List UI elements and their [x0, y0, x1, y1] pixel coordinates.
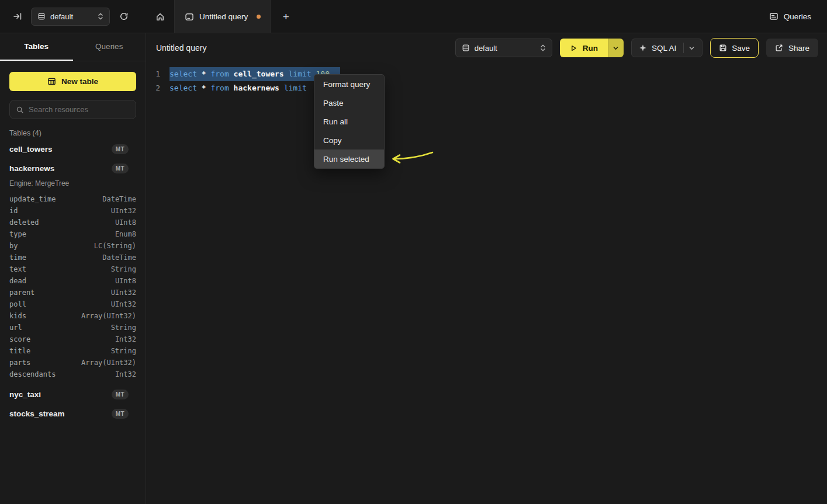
run-options-button[interactable]	[608, 39, 624, 57]
column-type: UInt8	[115, 277, 136, 285]
sidebar-tab-queries[interactable]: Queries	[73, 33, 146, 61]
share-icon	[775, 44, 783, 52]
column-name: by	[9, 242, 18, 250]
new-tab-button[interactable]: +	[271, 0, 300, 33]
context-menu-item-format-query[interactable]: Format query	[314, 75, 384, 93]
new-table-button[interactable]: New table	[9, 72, 136, 91]
code-token: from	[210, 84, 229, 92]
column-row[interactable]: parentUInt32	[9, 287, 136, 298]
table-row[interactable]: hackernewsMT	[9, 159, 136, 178]
column-type: DateTime	[102, 195, 136, 203]
column-row[interactable]: idUInt32	[9, 205, 136, 217]
engine-badge: MT	[112, 409, 129, 419]
editor-lines: 1select * from cell_towers limit 1002sel…	[146, 67, 827, 95]
run-button[interactable]: Run	[560, 39, 608, 57]
column-name: url	[9, 324, 22, 332]
column-row[interactable]: pollUInt32	[9, 298, 136, 310]
tab-untitled-query[interactable]: Untitled query	[174, 0, 271, 33]
table-row[interactable]: cell_towersMT	[9, 140, 136, 159]
play-icon	[570, 44, 577, 52]
column-row[interactable]: descendantsInt32	[9, 369, 136, 380]
code-token	[284, 69, 289, 78]
context-menu-item-run-all[interactable]: Run all	[314, 112, 384, 131]
table-row[interactable]: stocks_streamMT	[9, 404, 136, 423]
column-row[interactable]: scoreInt32	[9, 333, 136, 345]
column-row[interactable]: byLC(String)	[9, 240, 136, 252]
column-row[interactable]: partsArray(UInt32)	[9, 357, 136, 369]
new-table-button-label: New table	[61, 77, 98, 86]
columns-list: update_timeDateTimeidUInt32deletedUInt8t…	[9, 193, 136, 380]
share-button-label: Share	[788, 44, 809, 53]
column-type: LC(String)	[94, 242, 136, 250]
column-name: parent	[9, 289, 34, 297]
code-line[interactable]: 2select * from hackernews limit	[146, 81, 827, 95]
database-selector-label: default	[50, 12, 73, 21]
engine-badge: MT	[112, 164, 129, 173]
query-header: Untitled query default	[146, 33, 827, 62]
table-name: hackernews	[9, 164, 54, 173]
column-type: String	[111, 265, 136, 273]
chevron-down-icon[interactable]	[688, 45, 695, 51]
search-input[interactable]	[29, 105, 132, 114]
queries-icon	[769, 12, 778, 21]
query-database-selector[interactable]: default	[455, 39, 552, 57]
column-type: Array(UInt32)	[81, 312, 136, 320]
column-row[interactable]: typeEnum8	[9, 228, 136, 240]
context-menu: Format queryPasteRun allCopyRun selected	[314, 74, 385, 169]
main-panel: Untitled query default	[146, 33, 827, 504]
context-menu-item-paste[interactable]: Paste	[314, 93, 384, 112]
column-name: parts	[9, 359, 30, 367]
queries-button-label: Queries	[784, 12, 811, 21]
column-name: update_time	[9, 195, 56, 203]
context-menu-item-run-selected[interactable]: Run selected	[314, 150, 384, 168]
run-button-label: Run	[583, 44, 598, 53]
column-name: dead	[9, 277, 26, 285]
search-box	[9, 100, 136, 119]
code-line[interactable]: 1select * from cell_towers limit 100	[146, 67, 827, 81]
column-type: String	[111, 324, 136, 332]
column-type: Int32	[115, 335, 136, 343]
code-token	[229, 84, 234, 92]
database-selector[interactable]: default	[31, 8, 110, 26]
query-database-selector-label: default	[475, 44, 497, 53]
save-button[interactable]: Save	[710, 38, 759, 58]
column-name: descendants	[9, 370, 56, 378]
query-icon	[185, 12, 194, 22]
annotation-arrow	[386, 149, 438, 169]
column-name: poll	[9, 300, 26, 308]
column-name: kids	[9, 312, 26, 320]
column-type: String	[111, 347, 136, 355]
column-type: UInt8	[115, 218, 136, 227]
collapse-sidebar-icon[interactable]	[13, 12, 22, 21]
column-row[interactable]: titleString	[9, 345, 136, 357]
column-row[interactable]: timeDateTime	[9, 252, 136, 263]
table-grid-icon	[47, 77, 56, 86]
table-row[interactable]: nyc_taxiMT	[9, 385, 136, 404]
column-row[interactable]: update_timeDateTime	[9, 193, 136, 205]
column-row[interactable]: kidsArray(UInt32)	[9, 310, 136, 322]
sidebar-tabs: Tables Queries	[0, 33, 146, 61]
column-row[interactable]: deadUInt8	[9, 275, 136, 287]
code-token	[197, 84, 202, 92]
table-name: cell_towers	[9, 145, 53, 154]
sql-editor[interactable]: 1select * from cell_towers limit 1002sel…	[146, 62, 827, 95]
tab-home[interactable]	[146, 0, 174, 33]
column-row[interactable]: deletedUInt8	[9, 217, 136, 228]
code-token: hackernews	[234, 84, 279, 92]
line-number: 1	[146, 67, 160, 81]
sql-ai-button[interactable]: SQL AI	[631, 39, 703, 57]
refresh-icon[interactable]	[119, 12, 129, 21]
column-row[interactable]: urlString	[9, 322, 136, 333]
sidebar-tab-tables[interactable]: Tables	[0, 33, 73, 61]
tables-list: cell_towersMThackernewsMTEngine: MergeTr…	[9, 140, 136, 423]
code-text: select * from hackernews limit	[169, 81, 307, 95]
column-row[interactable]: textString	[9, 263, 136, 275]
query-toolbar: default Run	[455, 38, 818, 58]
queries-button[interactable]: Queries	[769, 12, 811, 21]
context-menu-item-copy[interactable]: Copy	[314, 131, 384, 150]
code-token: *	[202, 84, 206, 92]
run-button-group: Run	[560, 39, 624, 57]
share-button[interactable]: Share	[766, 39, 818, 57]
code-token: *	[202, 69, 206, 78]
search-icon	[16, 106, 24, 114]
